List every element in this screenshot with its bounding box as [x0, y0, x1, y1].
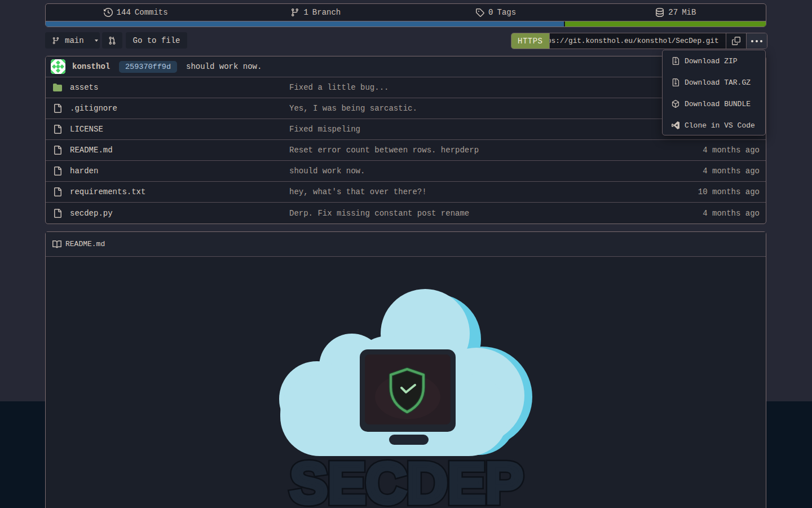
svg-text:SECDEP: SECDEP: [290, 451, 523, 508]
